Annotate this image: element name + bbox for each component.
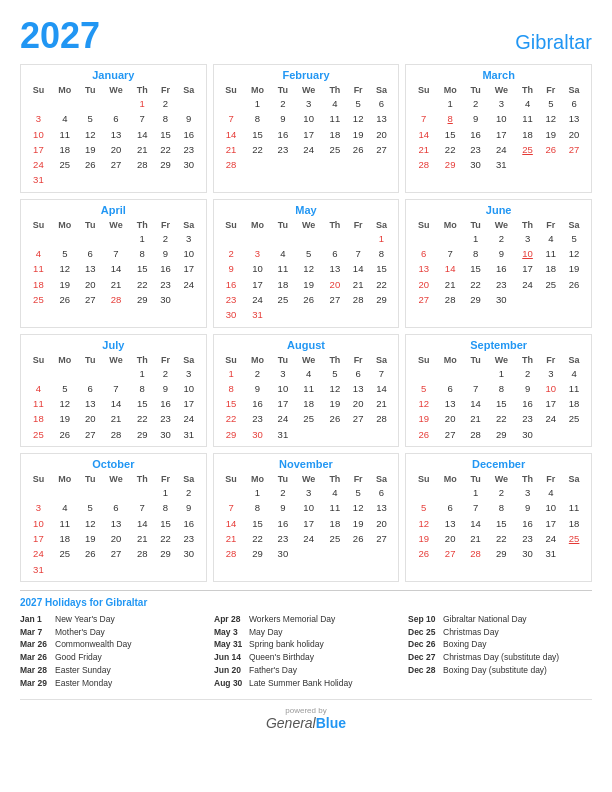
- day-cell: 11: [26, 261, 51, 276]
- day-header: Su: [219, 219, 244, 231]
- day-cell: 20: [370, 516, 394, 531]
- holiday-date: Apr 28: [214, 613, 244, 626]
- day-cell: 6: [411, 246, 436, 261]
- day-cell: 23: [516, 411, 540, 426]
- day-cell: [51, 485, 79, 500]
- week-row: 567891011: [411, 381, 586, 396]
- month-name: January: [26, 69, 201, 81]
- week-row: 123: [26, 366, 201, 381]
- day-header: Su: [26, 354, 51, 366]
- week-row: 252627282930: [26, 292, 201, 307]
- day-cell: 2: [464, 96, 487, 111]
- holiday-column: Sep 10Gibraltar National DayDec 25Christ…: [408, 613, 592, 690]
- month-block-june: JuneSuMoTuWeThFrSa1234567891011121314151…: [405, 199, 592, 328]
- day-cell: 27: [347, 411, 370, 426]
- day-cell: 29: [370, 292, 394, 307]
- week-row: 45678910: [26, 381, 201, 396]
- holidays-title: 2027 Holidays for Gibraltar: [20, 597, 592, 608]
- month-block-april: AprilSuMoTuWeThFrSa123456789101112131415…: [20, 199, 207, 328]
- day-cell: [436, 485, 464, 500]
- day-cell: 10: [26, 516, 51, 531]
- day-cell: 9: [177, 500, 201, 515]
- day-cell: 3: [294, 485, 323, 500]
- day-cell: [102, 172, 131, 187]
- holiday-name: Easter Sunday: [55, 664, 111, 677]
- day-header: Mo: [243, 473, 271, 485]
- day-cell: 9: [154, 381, 177, 396]
- day-cell: [51, 172, 79, 187]
- day-cell: 26: [294, 292, 323, 307]
- day-cell: 16: [516, 516, 540, 531]
- day-cell: 25: [294, 411, 323, 426]
- day-cell: 26: [51, 427, 79, 442]
- day-header: Su: [219, 84, 244, 96]
- day-cell: 17: [177, 396, 201, 411]
- day-cell: 12: [79, 127, 102, 142]
- day-cell: [539, 427, 562, 442]
- day-cell: 9: [271, 500, 294, 515]
- week-row: 14151617181920: [219, 127, 394, 142]
- day-cell: [562, 292, 586, 307]
- day-cell: 23: [271, 531, 294, 546]
- day-cell: 14: [464, 396, 487, 411]
- day-cell: 19: [79, 531, 102, 546]
- week-row: 78910111213: [219, 500, 394, 515]
- month-block-may: MaySuMoTuWeThFrSa12345678910111213141516…: [213, 199, 400, 328]
- day-cell: [347, 546, 370, 561]
- day-cell: 27: [436, 546, 464, 561]
- day-cell: [26, 231, 51, 246]
- day-cell: 17: [294, 516, 323, 531]
- week-row: 6789101112: [411, 246, 586, 261]
- day-cell: [347, 307, 370, 322]
- day-cell: 7: [411, 111, 436, 126]
- day-cell: 12: [51, 396, 79, 411]
- day-cell: [562, 157, 586, 172]
- day-cell: 5: [347, 96, 370, 111]
- calendars-grid: JanuarySuMoTuWeThFrSa1234567891011121314…: [20, 64, 592, 582]
- day-cell: 7: [436, 246, 464, 261]
- day-cell: 3: [243, 246, 271, 261]
- day-header: Su: [26, 473, 51, 485]
- week-row: 16171819202122: [219, 277, 394, 292]
- day-cell: 22: [370, 277, 394, 292]
- week-row: 21222324252627: [219, 142, 394, 157]
- day-cell: 23: [271, 142, 294, 157]
- day-header: Sa: [370, 219, 394, 231]
- day-cell: 24: [26, 546, 51, 561]
- day-cell: 26: [323, 411, 347, 426]
- day-cell: 16: [243, 396, 271, 411]
- day-cell: 16: [516, 396, 540, 411]
- week-row: 78910111213: [219, 111, 394, 126]
- day-cell: 26: [347, 142, 370, 157]
- day-cell: 19: [294, 277, 323, 292]
- day-cell: 19: [79, 142, 102, 157]
- day-cell: 30: [487, 292, 516, 307]
- day-cell: 13: [370, 500, 394, 515]
- day-cell: [294, 307, 323, 322]
- day-cell: 14: [219, 127, 244, 142]
- day-cell: 9: [516, 381, 540, 396]
- day-cell: 21: [219, 531, 244, 546]
- day-cell: 2: [271, 485, 294, 500]
- day-cell: 1: [243, 96, 271, 111]
- day-cell: 26: [411, 427, 436, 442]
- day-header: Su: [411, 354, 436, 366]
- day-cell: 28: [411, 157, 436, 172]
- day-cell: 14: [370, 381, 394, 396]
- holiday-name: Christmas Day (substitute day): [443, 651, 559, 664]
- day-cell: 2: [154, 366, 177, 381]
- day-cell: [79, 172, 102, 187]
- day-cell: 6: [323, 246, 347, 261]
- day-cell: 22: [487, 411, 516, 426]
- day-cell: 27: [102, 546, 131, 561]
- day-cell: 20: [411, 277, 436, 292]
- day-cell: 23: [154, 277, 177, 292]
- day-header: Sa: [370, 84, 394, 96]
- month-table: SuMoTuWeThFrSa12345678910111213141516171…: [219, 84, 394, 172]
- month-block-november: NovemberSuMoTuWeThFrSa123456789101112131…: [213, 453, 400, 582]
- day-cell: 12: [51, 261, 79, 276]
- day-header: Th: [130, 219, 154, 231]
- brand: GeneralBlue: [20, 715, 592, 731]
- day-header: Fr: [154, 219, 177, 231]
- day-cell: 21: [102, 411, 131, 426]
